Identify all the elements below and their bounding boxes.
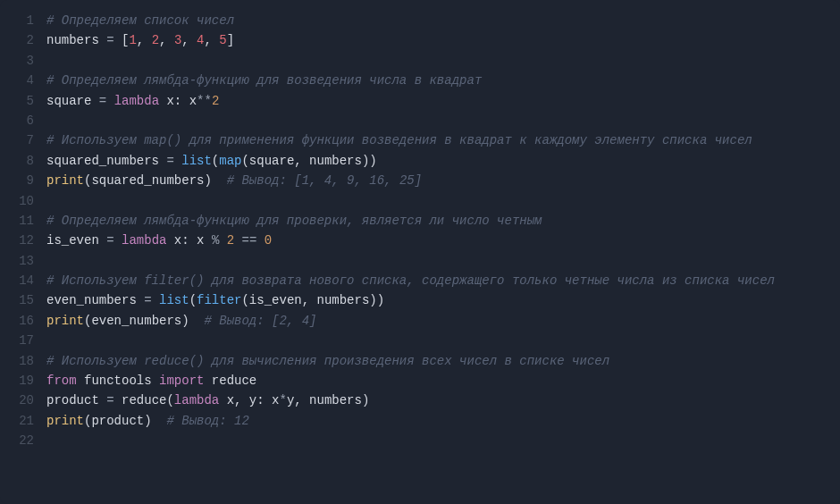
identifier: functools [77, 374, 159, 388]
line-number: 9 [13, 171, 34, 190]
space [106, 94, 113, 108]
code-line: 19 from functools import reduce [0, 371, 840, 391]
operator: * [279, 393, 286, 407]
identifier: even_numbers [46, 293, 144, 307]
comment: # Определяем лямбда-функцию для проверки… [46, 214, 542, 228]
code-content: print(product) # Вывод: 12 [46, 411, 827, 431]
line-number: 20 [13, 391, 34, 410]
identifier: (square, numbers)) [241, 154, 376, 168]
code-line: 7 # Используем map() для применения функ… [0, 130, 840, 150]
line-number: 22 [13, 431, 34, 450]
comment: # Используем filter() для возврата новог… [46, 273, 775, 288]
identifier: (squared_numbers) [84, 173, 212, 188]
identifier: square [46, 94, 99, 108]
line-number: 7 [13, 130, 34, 150]
punct: , [159, 33, 174, 47]
identifier: reduce [204, 374, 256, 388]
code-content: print(even_numbers) # Вывод: [2, 4] [46, 311, 827, 331]
code-line: 9 print(squared_numbers) # Вывод: [1, 4,… [0, 171, 840, 190]
code-line: 18 # Используем reduce() для вычисления … [0, 351, 840, 371]
code-content: from functools import reduce [46, 371, 827, 391]
operator: == [242, 233, 257, 248]
code-content: # Определяем список чисел [46, 11, 827, 30]
builtin: list [159, 293, 189, 307]
code-content: squared_numbers = list(map(square, numbe… [46, 151, 827, 171]
line-number: 11 [13, 211, 34, 231]
code-line: 5 square = lambda x: x**2 [0, 91, 840, 111]
code-content [46, 191, 827, 211]
code-content: numbers = [1, 2, 3, 4, 5] [46, 30, 827, 50]
line-number: 16 [13, 311, 34, 331]
code-content: is_even = lambda x: x % 2 == 0 [46, 231, 827, 250]
code-line: 12 is_even = lambda x: x % 2 == 0 [0, 231, 840, 250]
function-call: print [46, 414, 84, 428]
number: 4 [197, 33, 204, 47]
space [234, 233, 241, 248]
punct: ( [212, 154, 219, 168]
space [174, 154, 181, 168]
line-number: 15 [13, 290, 34, 310]
operator: = [99, 94, 106, 108]
keyword: from [46, 374, 77, 388]
code-line: 3 [0, 51, 840, 71]
line-number: 6 [13, 111, 34, 130]
number: 2 [212, 94, 219, 108]
code-line: 20 product = reduce(lambda x, y: x*y, nu… [0, 391, 840, 410]
code-line: 22 [0, 431, 840, 450]
operator: = [166, 154, 173, 168]
operator: = [144, 293, 151, 307]
comment: # Определяем список чисел [46, 13, 234, 28]
line-number: 2 [13, 30, 34, 50]
line-number: 3 [13, 51, 34, 71]
operator: = [106, 33, 113, 47]
identifier: y, numbers) [287, 393, 369, 407]
comment: # Используем map() для применения функци… [46, 133, 752, 147]
builtin: list [181, 154, 212, 168]
punct: , [181, 33, 197, 47]
code-content: # Используем map() для применения функци… [46, 130, 827, 150]
code-content: # Используем reduce() для вычисления про… [46, 351, 827, 371]
identifier: x: x [159, 94, 197, 108]
line-number: 4 [13, 71, 34, 90]
space [219, 233, 226, 248]
identifier: x, y: x [219, 393, 279, 407]
space [114, 233, 122, 248]
number: 2 [152, 33, 159, 47]
comment: # Вывод: 12 [152, 414, 249, 428]
builtin: filter [197, 293, 241, 307]
code-content: # Определяем лямбда-функцию для проверки… [46, 211, 827, 231]
punct: [ [114, 33, 130, 47]
line-number: 13 [13, 251, 34, 271]
code-line: 11 # Определяем лямбда-функцию для прове… [0, 211, 840, 231]
number: 0 [265, 233, 272, 248]
keyword: lambda [114, 94, 159, 108]
space [256, 233, 264, 248]
comment: # Вывод: [1, 4, 9, 16, 25] [212, 173, 422, 188]
space [152, 293, 159, 307]
line-number: 8 [13, 151, 34, 171]
line-number: 10 [13, 191, 34, 211]
line-number: 17 [13, 331, 34, 350]
code-line: 6 [0, 111, 840, 130]
code-content: # Используем filter() для возврата новог… [46, 271, 827, 290]
code-content: square = lambda x: x**2 [46, 91, 827, 111]
code-content [46, 331, 827, 350]
line-number: 5 [13, 91, 34, 111]
line-number: 21 [13, 411, 34, 431]
code-line: 8 squared_numbers = list(map(square, num… [0, 151, 840, 171]
identifier: squared_numbers [46, 154, 166, 168]
operator: = [106, 233, 113, 248]
comment: # Вывод: [2, 4] [189, 314, 317, 328]
identifier: (is_even, numbers)) [241, 293, 384, 307]
code-content: product = reduce(lambda x, y: x*y, numbe… [46, 391, 827, 410]
identifier: reduce( [114, 393, 174, 407]
number: 1 [129, 33, 136, 47]
comment: # Определяем лямбда-функцию для возведен… [46, 73, 482, 88]
operator: ** [197, 94, 212, 108]
identifier: product [46, 393, 106, 407]
identifier: numbers [46, 33, 106, 47]
code-content [46, 111, 827, 130]
code-content [46, 51, 827, 71]
code-line: 1 # Определяем список чисел [0, 11, 840, 30]
line-number: 14 [13, 271, 34, 290]
